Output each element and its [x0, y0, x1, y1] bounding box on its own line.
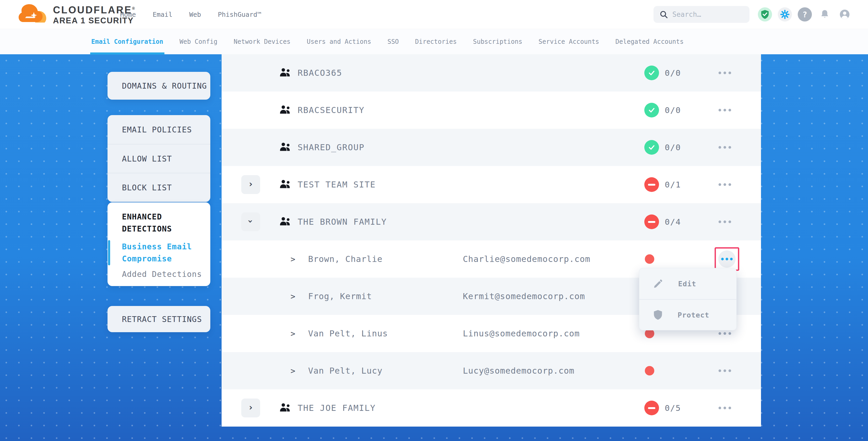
search-box[interactable] — [653, 6, 749, 23]
group-icon — [279, 179, 291, 190]
context-menu-edit[interactable]: Edit — [639, 268, 736, 299]
protection-status-button[interactable] — [758, 7, 772, 22]
tab-users-and-actions[interactable]: Users and Actions — [307, 29, 371, 55]
row-menu-button[interactable] — [718, 129, 731, 166]
tab-email-configuration[interactable]: Email Configuration — [91, 29, 163, 55]
expand-row-button[interactable]: › — [241, 399, 260, 417]
status-blocked-icon — [644, 177, 659, 192]
row-menu-button[interactable] — [718, 92, 731, 129]
tab-network-devices[interactable]: Network Devices — [234, 29, 290, 55]
row-menu-button[interactable] — [718, 166, 731, 203]
row-menu-button[interactable] — [718, 203, 731, 241]
sidebar-item-email-policies[interactable]: EMAIL POLICIES — [107, 115, 210, 144]
group-icon — [279, 403, 291, 413]
context-menu-protect[interactable]: Protect — [639, 299, 736, 330]
group-name: THE BROWN FAMILY — [298, 203, 387, 241]
status-ok-icon — [644, 66, 659, 80]
topnav-email[interactable]: Email — [153, 11, 172, 18]
sidebar-item-added-detections[interactable]: Added Detections — [107, 270, 210, 279]
group-icon — [279, 105, 291, 115]
group-icon — [279, 142, 291, 152]
expand-row-button[interactable]: › — [241, 175, 260, 194]
group-icon — [279, 216, 291, 227]
context-menu-label: Edit — [678, 280, 696, 288]
tab-web-config[interactable]: Web Config — [180, 29, 218, 55]
table-row-member: > Van Pelt, Lucy Lucy@somedemocorp.com — [222, 352, 761, 389]
topnav-web[interactable]: Web — [189, 11, 201, 18]
config-tab-bar: Email Configuration Web Config Network D… — [0, 29, 868, 54]
status-blocked-icon — [644, 215, 659, 229]
search-input[interactable] — [672, 10, 746, 18]
help-button[interactable]: ? — [798, 7, 812, 22]
protection-count: 0/0 — [665, 129, 681, 166]
account-button[interactable] — [838, 7, 852, 22]
sidebar-label: RETRACT SETTINGS — [122, 315, 202, 324]
sidebar-item-block-list[interactable]: BLOCK LIST — [107, 173, 210, 201]
tab-directories[interactable]: Directories — [415, 29, 457, 55]
gear-icon — [780, 9, 790, 20]
tab-subscriptions[interactable]: Subscriptions — [473, 29, 522, 55]
collapse-row-button[interactable]: › — [241, 212, 260, 231]
row-menu-button-active[interactable] — [718, 250, 736, 268]
sidebar-item-business-email-compromise[interactable]: Business Email Compromise — [107, 241, 194, 265]
member-email: Linus@somedemocorp.com — [463, 315, 580, 352]
member-email: Lucy@somedemocorp.com — [463, 352, 575, 389]
user-avatar-icon — [839, 9, 850, 20]
cloudflare-logo[interactable]: CLOUDFLARE® AREA 1 SECURITY — [18, 2, 136, 26]
question-mark-icon: ? — [802, 10, 807, 19]
topnav-phishguard[interactable]: PhishGuard™ — [218, 11, 261, 18]
member-name: Van Pelt, Linus — [308, 315, 388, 352]
sidebar-item-domains-routing[interactable]: DOMAINS & ROUTING — [107, 72, 210, 100]
cloudflare-cloud-icon — [18, 2, 49, 26]
table-row-group: SHARED_GROUP 0/0 — [222, 129, 761, 166]
status-ok-icon — [644, 103, 659, 118]
topnav-home[interactable]: Home — [120, 11, 136, 18]
search-icon — [659, 10, 668, 19]
chevron-right-icon: › — [248, 179, 253, 189]
member-marker: > — [290, 241, 295, 278]
header-icon-cluster: ? — [758, 0, 852, 29]
group-name: RBACO365 — [298, 54, 342, 92]
tab-service-accounts[interactable]: Service Accounts — [539, 29, 599, 55]
table-row-group: RBACSECURITY 0/0 — [222, 92, 761, 129]
table-row-group: RBACO365 0/0 — [222, 54, 761, 92]
sidebar-item-retract-settings[interactable]: RETRACT SETTINGS — [107, 306, 210, 332]
content-area: DOMAINS & ROUTING EMAIL POLICIES ALLOW L… — [0, 54, 868, 441]
status-ok-icon — [644, 140, 659, 155]
notifications-button[interactable] — [818, 7, 832, 22]
tab-delegated-accounts[interactable]: Delegated Accounts — [616, 29, 684, 55]
top-bar: CLOUDFLARE® AREA 1 SECURITY Home Email W… — [0, 0, 868, 29]
row-menu-button[interactable] — [718, 54, 731, 92]
group-icon — [279, 67, 291, 78]
sidebar-group-enhanced-detections: ENHANCED DETECTIONS Business Email Compr… — [107, 202, 210, 286]
member-marker: > — [290, 315, 295, 352]
member-email: Kermit@somedemocorp.com — [463, 278, 585, 315]
shield-check-icon — [761, 9, 769, 20]
sidebar-label: BLOCK LIST — [122, 183, 172, 192]
row-menu-button[interactable] — [718, 352, 731, 389]
protection-count: 0/0 — [665, 54, 681, 92]
member-email: Charlie@somedemocorp.com — [463, 241, 590, 278]
protection-count: 0/1 — [665, 166, 681, 203]
sidebar-item-allow-list[interactable]: ALLOW LIST — [107, 144, 210, 173]
member-name: Brown, Charlie — [308, 241, 382, 278]
bell-icon — [820, 9, 830, 20]
member-marker: > — [290, 278, 295, 315]
sidebar-item-enhanced-detections[interactable]: ENHANCED DETECTIONS — [107, 211, 186, 235]
sidebar-label: DOMAINS & ROUTING — [122, 81, 207, 90]
row-menu-button[interactable] — [718, 389, 731, 427]
member-name: Frog, Kermit — [308, 278, 372, 315]
group-name: THE JOE FAMILY — [298, 389, 376, 427]
table-row-group: › THE BROWN FAMILY 0/4 — [222, 203, 761, 241]
member-marker: > — [290, 352, 295, 389]
status-unprotected-dot — [645, 254, 654, 264]
settings-button[interactable] — [778, 7, 792, 22]
context-menu-label: Protect — [678, 311, 709, 319]
status-unprotected-dot — [645, 366, 654, 375]
table-row-group: › TEST TEAM SITE 0/1 — [222, 166, 761, 203]
protection-count: 0/4 — [665, 203, 681, 241]
tab-sso[interactable]: SSO — [387, 29, 399, 55]
group-name: SHARED_GROUP — [298, 129, 365, 166]
groups-table: RBACO365 0/0 RBACSECURITY 0/0 — [222, 54, 761, 427]
protection-count: 0/5 — [665, 389, 681, 427]
